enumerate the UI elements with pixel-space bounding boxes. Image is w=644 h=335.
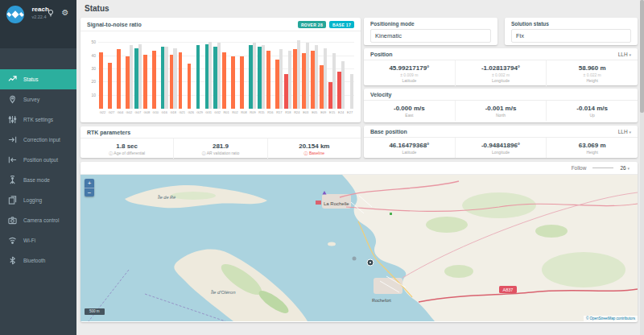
snr-base-bar [350, 74, 353, 109]
follow-toggle[interactable] [592, 168, 613, 168]
map-green-dot [390, 213, 392, 215]
map-zoom-dropdown[interactable]: 26 ▾ [620, 165, 630, 171]
snr-x-tick-label: G18 [169, 110, 178, 114]
map-city-label: La Rochelle [324, 201, 349, 206]
snr-bar-group [283, 36, 292, 109]
snr-rover-bar [222, 52, 226, 109]
snr-x-tick-label: G31 [204, 110, 213, 114]
snr-base-bar [324, 48, 327, 109]
snr-bar-group [266, 36, 275, 109]
base-satcount-badge: BASE 17 [329, 21, 354, 28]
rtk-label: ⓘ Age of differential [82, 151, 171, 155]
map-canvas[interactable]: A837 La Rochelle Île de Ré Île d'Oléron … [80, 175, 638, 321]
velocity-stat: -0.000 m/sEast [364, 101, 455, 121]
sidebar-item-label: Base mode [23, 177, 50, 183]
snr-bar-group [240, 36, 249, 109]
survey-icon [8, 95, 17, 104]
snr-bar-group [336, 36, 345, 109]
snr-bar-group [116, 36, 125, 109]
snr-base-bar [306, 43, 309, 109]
sidebar-item-label: Position output [23, 157, 58, 163]
snr-x-tick-label: R24 [292, 110, 301, 114]
snr-rover-bar [284, 74, 288, 109]
rtk-label: ⓘ AR validation ratio [175, 151, 265, 155]
positioning-mode-value: Kinematic [370, 29, 491, 43]
sidebar-item-logging[interactable]: Logging [0, 190, 76, 210]
velocity-stat: -0.014 m/sUp [546, 101, 638, 121]
position-label: Height [548, 78, 636, 83]
snr-rover-bar [293, 49, 297, 109]
snr-y-tick-label: 40 [87, 53, 96, 58]
snr-bars [98, 36, 354, 109]
snr-x-tick-label: G04 [116, 110, 125, 114]
snr-rover-bar [302, 53, 306, 109]
sidebar-item-position-output[interactable]: Position output [0, 150, 76, 170]
status-icon [8, 75, 17, 84]
position-title: Position [370, 52, 393, 57]
sidebar-item-camera-control[interactable]: Camera control [0, 210, 76, 230]
sidebar-menu: StatusSurveyRTK settingsCorrection input… [0, 69, 76, 271]
snr-bar-group [328, 36, 336, 109]
snr-x-tick-label: G10 [151, 110, 160, 114]
position-stat: 58.960 m± 0.022 mHeight [546, 60, 638, 86]
sidebar-item-base-mode[interactable]: Base mode [0, 170, 76, 190]
velocity-value: -0.014 m/s [548, 105, 636, 112]
sidebar-item-wi-fi[interactable]: Wi-Fi [0, 230, 76, 250]
snr-x-tick-label: E24 [336, 110, 345, 114]
snr-rover-bar [152, 51, 156, 109]
snr-rover-bar [311, 51, 315, 109]
map-attribution: © OpenStreetMap contributors [584, 316, 638, 321]
snr-base-bar [297, 40, 300, 109]
snr-x-tick-label: G08 [142, 110, 151, 114]
position-value: -1.02813794° [457, 64, 545, 72]
sidebar-item-status[interactable]: Status [0, 69, 76, 89]
snr-base-bar [315, 45, 318, 109]
rtk-stat: 20.154 kmⓘ Baseline [267, 139, 361, 159]
sidebar-item-bluetooth[interactable]: Bluetooth [0, 250, 76, 271]
settings-gear-icon[interactable]: ⚙ [60, 8, 70, 18]
snr-y-tick-label: 20 [87, 79, 96, 84]
map-road-shield [316, 201, 321, 205]
snr-x-tick-label: R09 [248, 110, 257, 114]
sidebar-item-rtk-settings[interactable]: RTK settings [0, 110, 76, 130]
snr-bar-group [275, 36, 283, 109]
position-precision: ± 0.002 m [457, 72, 545, 77]
position-format-dropdown[interactable]: LLH ▾ [618, 52, 631, 57]
snr-rover-bar [99, 52, 103, 109]
snr-base-bar [279, 49, 283, 109]
scrollbar-thumb[interactable] [640, 0, 644, 113]
base-position-format-dropdown[interactable]: LLH ▾ [618, 129, 631, 134]
snr-rover-bar [328, 82, 332, 109]
snr-rover-bar [249, 45, 253, 109]
position-card: Position LLH ▾ 45.99217179°± 0.009 mLati… [364, 48, 638, 85]
info-icon: ⓘ [202, 151, 207, 155]
snr-x-tick-label: R17 [275, 110, 283, 114]
snr-x-tick-label: G32 [213, 110, 222, 114]
snr-bar-group [231, 36, 240, 109]
snr-bar-group [125, 36, 134, 109]
snr-bar-group [187, 36, 196, 109]
sidebar-item-label: Correction input [23, 137, 60, 143]
snr-base-bar [253, 43, 256, 109]
rtk-value: 20.154 km [270, 143, 359, 150]
position-value: 45.99217179° [365, 64, 453, 72]
velocity-label: Up [548, 113, 636, 118]
led-indicator-icon[interactable] [46, 8, 56, 18]
snr-bar-group [257, 36, 266, 109]
page-scrollbar[interactable] [640, 0, 644, 335]
sidebar-item-survey[interactable]: Survey [0, 89, 76, 110]
rtk-value: 281.9 [175, 143, 265, 150]
snr-x-tick-label: E05 [310, 110, 319, 114]
snr-y-tick-label: 50 [87, 39, 96, 44]
snr-base-bar [130, 45, 133, 109]
base-position-stat: 63.069 mHeight [546, 138, 638, 158]
zoom-out-button[interactable]: − [85, 188, 94, 196]
positioning-mode-label: Positioning mode [364, 18, 497, 28]
zoom-in-button[interactable]: + [85, 179, 94, 188]
map-card: Follow 26 ▾ [80, 162, 638, 322]
base-position-label: Latitude [365, 150, 453, 155]
sidebar-item-correction-input[interactable]: Correction input [0, 130, 76, 150]
snr-rover-bar [117, 49, 121, 109]
base-position-stat: -0.94841896°Longitude [455, 138, 547, 158]
snr-bar-group [178, 36, 187, 109]
